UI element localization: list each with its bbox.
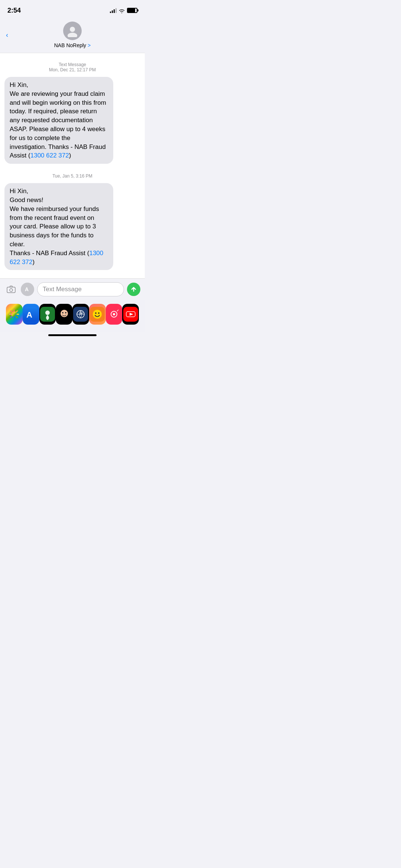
back-button[interactable]: ‹	[6, 31, 8, 39]
msg-date-1: Mon, Dec 21, 12:17 PM	[4, 67, 140, 72]
svg-text:A: A	[25, 286, 29, 292]
nav-bar: ‹ NAB NoReply >	[0, 19, 145, 53]
dock-memoji-icon[interactable]	[56, 304, 72, 325]
signal-icon	[110, 8, 117, 13]
wifi-icon	[119, 8, 125, 13]
battery-icon	[127, 8, 137, 13]
svg-point-9	[45, 311, 50, 315]
home-bar	[48, 334, 97, 336]
dock-worldclock-icon[interactable]	[72, 304, 89, 325]
status-time: 2:54	[7, 7, 21, 14]
svg-point-21	[95, 312, 97, 314]
msg-type-1: Text Message	[4, 62, 140, 67]
date-separator-2: Tue, Jan 5, 3:16 PM	[4, 173, 140, 179]
dock-photos-icon[interactable]	[6, 304, 23, 325]
message-bubble-2: Hi Xin, Good news! We have reimbursed yo…	[4, 183, 113, 270]
dock-findmy-icon[interactable]	[39, 304, 56, 325]
app-store-button[interactable]: A	[21, 283, 34, 296]
home-indicator	[0, 332, 145, 338]
svg-text:A: A	[26, 310, 32, 319]
dock-youtube-icon[interactable]	[122, 304, 139, 325]
dock-emoji-icon[interactable]	[89, 304, 106, 325]
input-bar: A Text Message	[0, 278, 145, 300]
svg-point-12	[62, 312, 63, 313]
status-icons	[110, 8, 137, 13]
message-input-field[interactable]: Text Message	[37, 282, 124, 296]
message-input-placeholder: Text Message	[43, 286, 82, 293]
svg-point-13	[65, 312, 66, 313]
contact-chevron: >	[88, 42, 91, 48]
message-group-label-1: Text Message Mon, Dec 21, 12:17 PM	[4, 62, 140, 72]
dock-appstore-icon[interactable]: A	[23, 304, 39, 325]
dock: A	[0, 300, 145, 332]
dock-music-icon[interactable]	[106, 304, 123, 325]
back-arrow: ‹	[6, 31, 8, 39]
phone-link-2[interactable]: 1300 622 372	[10, 250, 103, 266]
message-bubble-1: Hi Xin, We are reviewing your fraud clai…	[4, 77, 113, 164]
send-button[interactable]	[127, 283, 140, 296]
message-wrapper-2: Hi Xin, Good news! We have reimbursed yo…	[4, 183, 140, 270]
svg-point-20	[93, 310, 102, 319]
svg-point-3	[10, 289, 13, 292]
svg-point-1	[68, 33, 77, 37]
svg-point-0	[70, 27, 75, 32]
message-wrapper-1: Hi Xin, We are reviewing your fraud clai…	[4, 77, 140, 164]
contact-info[interactable]: NAB NoReply >	[54, 22, 91, 48]
camera-button[interactable]	[4, 283, 18, 296]
messages-area: Text Message Mon, Dec 21, 12:17 PM Hi Xi…	[0, 53, 145, 278]
status-bar: 2:54	[0, 0, 145, 19]
svg-point-22	[98, 312, 100, 314]
avatar	[63, 22, 82, 40]
phone-link-1[interactable]: 1300 622 372	[30, 152, 69, 159]
svg-point-25	[113, 313, 115, 315]
contact-name[interactable]: NAB NoReply >	[54, 42, 91, 48]
